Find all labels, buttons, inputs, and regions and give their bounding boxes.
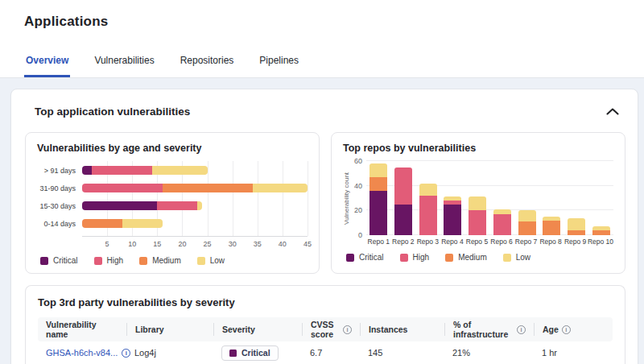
low-segment[interactable] [152, 166, 207, 175]
category-label: > 91 days [44, 167, 76, 175]
medium-swatch-icon [445, 254, 453, 262]
legend-label: Low [516, 253, 530, 262]
medium-segment[interactable] [163, 184, 253, 192]
table-row[interactable]: GHSA-h6ch-v84... i Log4j Critical 6.7 14… [38, 341, 613, 364]
category-label: 15-30 days [39, 202, 76, 210]
medium-segment[interactable] [369, 177, 387, 191]
low-segment[interactable] [518, 210, 536, 221]
stacked-bar-repo-8[interactable] [543, 217, 560, 235]
legend-item-high[interactable]: High [94, 256, 124, 265]
stacked-bar-15-30-days[interactable] [82, 201, 202, 210]
legend-item-critical[interactable]: Critical [40, 256, 78, 265]
high-segment[interactable] [419, 196, 437, 235]
collapse-section-button[interactable] [601, 102, 624, 121]
tab-vulnerabilities[interactable]: Vulnerabilities [93, 48, 155, 77]
critical-segment[interactable] [444, 205, 461, 235]
column-label: Severity [222, 325, 255, 334]
medium-segment[interactable] [518, 221, 536, 235]
vulnerability-link[interactable]: GHSA-h6ch-v84... [46, 348, 118, 358]
high-segment[interactable] [493, 214, 511, 235]
low-segment[interactable] [419, 184, 437, 196]
column-label: % of infrastructure [453, 320, 514, 339]
column-header-severity: Severity [213, 323, 302, 336]
stacked-bar-repo-7[interactable] [518, 210, 536, 235]
low-segment[interactable] [369, 163, 387, 177]
stacked-bar-repo-1[interactable] [369, 163, 387, 235]
high-segment[interactable] [157, 201, 197, 210]
library-cell: Log4j [126, 348, 213, 358]
legend-label: High [107, 256, 124, 265]
x-tick-label: 5 [105, 240, 109, 248]
critical-segment[interactable] [394, 205, 412, 235]
critical-swatch-icon [229, 350, 237, 357]
x-tick-label: 30 [229, 240, 237, 248]
low-segment[interactable] [122, 219, 163, 228]
category-label: Repo 10 [588, 238, 613, 246]
severity-badge: Critical [221, 345, 279, 361]
stacked-bar-repo-2[interactable] [394, 168, 412, 235]
y-tick-label: 60 [354, 157, 362, 165]
low-segment[interactable] [469, 196, 486, 210]
column-header-instances: Instances [360, 323, 444, 336]
category-label: Repo 2 [391, 238, 416, 246]
age-cell: 1 hr [534, 348, 613, 358]
legend-item-medium[interactable]: Medium [445, 253, 487, 262]
medium-segment[interactable] [592, 230, 610, 235]
stacked-bar-repo-10[interactable] [592, 226, 610, 235]
gridline [208, 161, 208, 236]
low-segment[interactable] [568, 218, 585, 230]
stacked-bar-repo-6[interactable] [493, 209, 511, 235]
stacked-bar--91-days[interactable] [82, 166, 208, 175]
legend-item-high[interactable]: High [400, 253, 430, 262]
y-axis-label: Vulnerability count [343, 161, 350, 235]
column-label: CVSS score [311, 320, 340, 339]
high-segment[interactable] [92, 166, 152, 175]
info-icon[interactable]: i [343, 325, 352, 334]
critical-segment[interactable] [82, 166, 92, 175]
low-segment[interactable] [197, 201, 202, 210]
column-label: Library [135, 325, 164, 334]
info-icon[interactable]: i [562, 325, 571, 334]
category-label: Repo 6 [489, 238, 514, 246]
tab-bar: OverviewVulnerabilitiesRepositoriesPipel… [24, 48, 300, 77]
page-title: Applications [0, 0, 644, 30]
table-title: Top 3rd party vulnerabilities by severit… [38, 296, 613, 308]
legend-item-critical[interactable]: Critical [346, 253, 384, 262]
stacked-bar-31-90-days[interactable] [82, 184, 308, 192]
stacked-bar-repo-5[interactable] [469, 196, 486, 235]
tab-repositories[interactable]: Repositories [179, 48, 236, 77]
low-segment[interactable] [253, 184, 308, 192]
medium-segment[interactable] [82, 219, 122, 228]
high-segment[interactable] [82, 184, 163, 192]
y-axis-tick-labels: 0204060 [350, 161, 366, 235]
info-icon[interactable]: i [517, 325, 526, 334]
medium-segment[interactable] [543, 221, 560, 235]
tab-overview[interactable]: Overview [24, 48, 70, 77]
high-segment[interactable] [469, 210, 486, 235]
high-swatch-icon [400, 254, 408, 262]
infrastructure-cell: 21% [444, 348, 534, 358]
column-header-cvss-score: CVSS scorei [302, 323, 360, 336]
column-header-vulnerability-name: Vulnerability name [38, 320, 126, 339]
medium-segment[interactable] [568, 230, 585, 235]
tab-pipelines[interactable]: Pipelines [258, 48, 300, 77]
top-repos-plot-area [366, 161, 613, 235]
critical-swatch-icon [346, 254, 354, 262]
legend-item-low[interactable]: Low [503, 253, 530, 262]
stacked-bar-repo-9[interactable] [568, 218, 585, 235]
stacked-bar-0-14-days[interactable] [82, 219, 163, 228]
high-segment[interactable] [394, 168, 412, 205]
legend-item-medium[interactable]: Medium [139, 256, 181, 265]
stacked-bar-repo-3[interactable] [419, 184, 437, 235]
chart-title: Top repos by vulnerabilities [343, 143, 613, 154]
age-severity-plot-area [82, 161, 308, 237]
legend-item-low[interactable]: Low [197, 256, 225, 265]
critical-segment[interactable] [82, 201, 157, 210]
y-axis-category-labels: > 91 days31-90 days15-30 days0-14 days [37, 161, 82, 237]
category-label: Repo 5 [464, 238, 489, 246]
critical-segment[interactable] [369, 191, 387, 235]
legend-label: Critical [53, 256, 78, 265]
y-tick-label: 40 [354, 182, 362, 190]
x-tick-label: 20 [178, 240, 186, 248]
stacked-bar-repo-4[interactable] [444, 196, 461, 235]
